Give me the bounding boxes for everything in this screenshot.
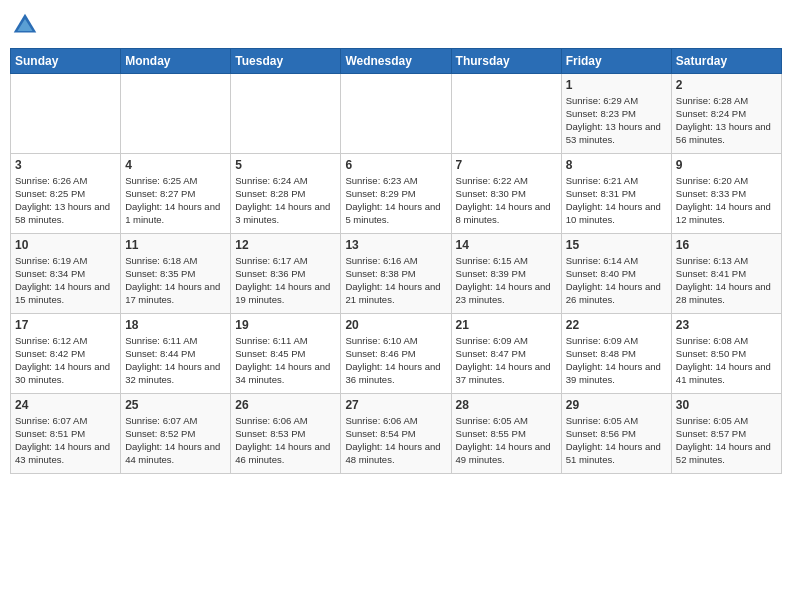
day-number: 30 — [676, 397, 777, 413]
daylight-info: Daylight: 14 hours and 30 minutes. — [15, 361, 110, 385]
sunrise-info: Sunrise: 6:12 AM — [15, 335, 87, 346]
weekday-header-saturday: Saturday — [671, 49, 781, 74]
sunrise-info: Sunrise: 6:05 AM — [456, 415, 528, 426]
cell-content: 2Sunrise: 6:28 AMSunset: 8:24 PMDaylight… — [676, 77, 777, 146]
cell-content: 30Sunrise: 6:05 AMSunset: 8:57 PMDayligh… — [676, 397, 777, 466]
sunrise-info: Sunrise: 6:17 AM — [235, 255, 307, 266]
day-number: 18 — [125, 317, 226, 333]
sunset-info: Sunset: 8:39 PM — [456, 268, 526, 279]
cell-content: 19Sunrise: 6:11 AMSunset: 8:45 PMDayligh… — [235, 317, 336, 386]
sunset-info: Sunset: 8:29 PM — [345, 188, 415, 199]
day-number: 17 — [15, 317, 116, 333]
cell-content: 27Sunrise: 6:06 AMSunset: 8:54 PMDayligh… — [345, 397, 446, 466]
daylight-info: Daylight: 14 hours and 1 minute. — [125, 201, 220, 225]
calendar-cell: 29Sunrise: 6:05 AMSunset: 8:56 PMDayligh… — [561, 394, 671, 474]
calendar-cell: 12Sunrise: 6:17 AMSunset: 8:36 PMDayligh… — [231, 234, 341, 314]
cell-content: 26Sunrise: 6:06 AMSunset: 8:53 PMDayligh… — [235, 397, 336, 466]
calendar-cell: 23Sunrise: 6:08 AMSunset: 8:50 PMDayligh… — [671, 314, 781, 394]
daylight-info: Daylight: 14 hours and 39 minutes. — [566, 361, 661, 385]
calendar-cell: 24Sunrise: 6:07 AMSunset: 8:51 PMDayligh… — [11, 394, 121, 474]
sunset-info: Sunset: 8:33 PM — [676, 188, 746, 199]
daylight-info: Daylight: 14 hours and 5 minutes. — [345, 201, 440, 225]
sunrise-info: Sunrise: 6:10 AM — [345, 335, 417, 346]
cell-content: 9Sunrise: 6:20 AMSunset: 8:33 PMDaylight… — [676, 157, 777, 226]
daylight-info: Daylight: 14 hours and 37 minutes. — [456, 361, 551, 385]
cell-content: 28Sunrise: 6:05 AMSunset: 8:55 PMDayligh… — [456, 397, 557, 466]
calendar-cell: 16Sunrise: 6:13 AMSunset: 8:41 PMDayligh… — [671, 234, 781, 314]
calendar-cell: 4Sunrise: 6:25 AMSunset: 8:27 PMDaylight… — [121, 154, 231, 234]
calendar-page: SundayMondayTuesdayWednesdayThursdayFrid… — [0, 0, 792, 612]
logo — [10, 10, 44, 40]
daylight-info: Daylight: 14 hours and 3 minutes. — [235, 201, 330, 225]
cell-content: 8Sunrise: 6:21 AMSunset: 8:31 PMDaylight… — [566, 157, 667, 226]
cell-content: 24Sunrise: 6:07 AMSunset: 8:51 PMDayligh… — [15, 397, 116, 466]
cell-content: 5Sunrise: 6:24 AMSunset: 8:28 PMDaylight… — [235, 157, 336, 226]
calendar-cell: 1Sunrise: 6:29 AMSunset: 8:23 PMDaylight… — [561, 74, 671, 154]
daylight-info: Daylight: 13 hours and 56 minutes. — [676, 121, 771, 145]
sunset-info: Sunset: 8:44 PM — [125, 348, 195, 359]
sunset-info: Sunset: 8:56 PM — [566, 428, 636, 439]
sunrise-info: Sunrise: 6:24 AM — [235, 175, 307, 186]
sunrise-info: Sunrise: 6:11 AM — [125, 335, 197, 346]
cell-content: 15Sunrise: 6:14 AMSunset: 8:40 PMDayligh… — [566, 237, 667, 306]
sunrise-info: Sunrise: 6:29 AM — [566, 95, 638, 106]
sunrise-info: Sunrise: 6:15 AM — [456, 255, 528, 266]
sunrise-info: Sunrise: 6:05 AM — [566, 415, 638, 426]
daylight-info: Daylight: 13 hours and 53 minutes. — [566, 121, 661, 145]
sunset-info: Sunset: 8:38 PM — [345, 268, 415, 279]
cell-content: 11Sunrise: 6:18 AMSunset: 8:35 PMDayligh… — [125, 237, 226, 306]
sunset-info: Sunset: 8:47 PM — [456, 348, 526, 359]
calendar-cell — [121, 74, 231, 154]
sunset-info: Sunset: 8:54 PM — [345, 428, 415, 439]
daylight-info: Daylight: 14 hours and 23 minutes. — [456, 281, 551, 305]
sunrise-info: Sunrise: 6:28 AM — [676, 95, 748, 106]
sunset-info: Sunset: 8:34 PM — [15, 268, 85, 279]
weekday-header-monday: Monday — [121, 49, 231, 74]
daylight-info: Daylight: 14 hours and 49 minutes. — [456, 441, 551, 465]
sunrise-info: Sunrise: 6:25 AM — [125, 175, 197, 186]
day-number: 23 — [676, 317, 777, 333]
day-number: 25 — [125, 397, 226, 413]
calendar-row: 24Sunrise: 6:07 AMSunset: 8:51 PMDayligh… — [11, 394, 782, 474]
calendar-table: SundayMondayTuesdayWednesdayThursdayFrid… — [10, 48, 782, 474]
cell-content: 25Sunrise: 6:07 AMSunset: 8:52 PMDayligh… — [125, 397, 226, 466]
calendar-cell: 17Sunrise: 6:12 AMSunset: 8:42 PMDayligh… — [11, 314, 121, 394]
sunset-info: Sunset: 8:57 PM — [676, 428, 746, 439]
calendar-cell: 20Sunrise: 6:10 AMSunset: 8:46 PMDayligh… — [341, 314, 451, 394]
day-number: 28 — [456, 397, 557, 413]
sunrise-info: Sunrise: 6:09 AM — [456, 335, 528, 346]
cell-content: 6Sunrise: 6:23 AMSunset: 8:29 PMDaylight… — [345, 157, 446, 226]
day-number: 20 — [345, 317, 446, 333]
calendar-cell: 15Sunrise: 6:14 AMSunset: 8:40 PMDayligh… — [561, 234, 671, 314]
calendar-cell: 19Sunrise: 6:11 AMSunset: 8:45 PMDayligh… — [231, 314, 341, 394]
calendar-cell — [11, 74, 121, 154]
sunrise-info: Sunrise: 6:18 AM — [125, 255, 197, 266]
daylight-info: Daylight: 14 hours and 12 minutes. — [676, 201, 771, 225]
day-number: 6 — [345, 157, 446, 173]
weekday-header-friday: Friday — [561, 49, 671, 74]
sunrise-info: Sunrise: 6:14 AM — [566, 255, 638, 266]
sunset-info: Sunset: 8:40 PM — [566, 268, 636, 279]
sunset-info: Sunset: 8:36 PM — [235, 268, 305, 279]
sunrise-info: Sunrise: 6:11 AM — [235, 335, 307, 346]
daylight-info: Daylight: 14 hours and 32 minutes. — [125, 361, 220, 385]
day-number: 13 — [345, 237, 446, 253]
cell-content: 22Sunrise: 6:09 AMSunset: 8:48 PMDayligh… — [566, 317, 667, 386]
sunset-info: Sunset: 8:31 PM — [566, 188, 636, 199]
sunset-info: Sunset: 8:50 PM — [676, 348, 746, 359]
sunrise-info: Sunrise: 6:23 AM — [345, 175, 417, 186]
sunset-info: Sunset: 8:48 PM — [566, 348, 636, 359]
sunrise-info: Sunrise: 6:07 AM — [15, 415, 87, 426]
daylight-info: Daylight: 14 hours and 21 minutes. — [345, 281, 440, 305]
cell-content: 13Sunrise: 6:16 AMSunset: 8:38 PMDayligh… — [345, 237, 446, 306]
daylight-info: Daylight: 14 hours and 34 minutes. — [235, 361, 330, 385]
calendar-cell — [341, 74, 451, 154]
daylight-info: Daylight: 14 hours and 43 minutes. — [15, 441, 110, 465]
day-number: 11 — [125, 237, 226, 253]
calendar-cell: 22Sunrise: 6:09 AMSunset: 8:48 PMDayligh… — [561, 314, 671, 394]
calendar-cell — [231, 74, 341, 154]
sunset-info: Sunset: 8:25 PM — [15, 188, 85, 199]
calendar-cell: 8Sunrise: 6:21 AMSunset: 8:31 PMDaylight… — [561, 154, 671, 234]
daylight-info: Daylight: 14 hours and 17 minutes. — [125, 281, 220, 305]
weekday-header-sunday: Sunday — [11, 49, 121, 74]
